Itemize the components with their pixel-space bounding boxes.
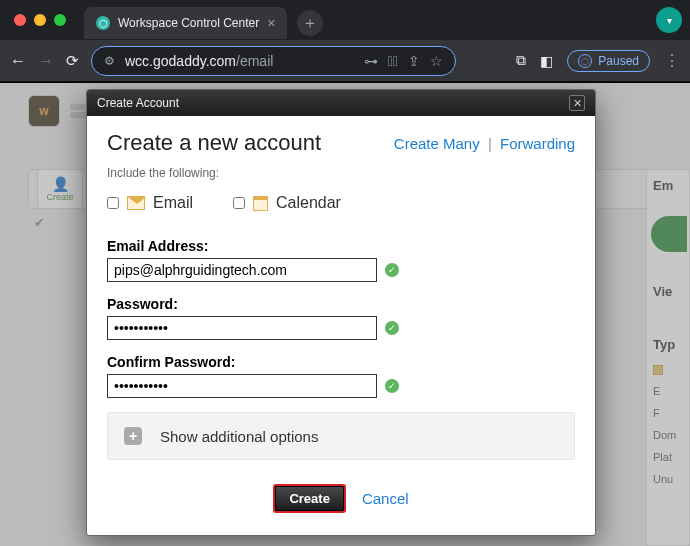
nav-forward-button[interactable]: → [38,52,54,70]
create-account-modal: Create Account ✕ Create a new account Cr… [86,89,596,536]
window-maximize-button[interactable] [54,14,66,26]
sidepanel-icon[interactable]: ◧ [540,53,553,69]
url-host: wcc.godaddy.com [125,53,236,69]
window-minimize-button[interactable] [34,14,46,26]
modal-heading: Create a new account [107,130,321,156]
new-tab-button[interactable]: ＋ [297,10,323,36]
tab-favicon-icon: ⬡ [96,16,110,30]
nav-reload-button[interactable]: ⟳ [66,52,79,70]
address-bar[interactable]: ⚙ wcc.godaddy.com/email ⊶ 👁̵ ⇪ ☆ [91,46,456,76]
browser-tabstrip: ⬡ Workspace Control Center × ＋ ▾ [0,0,690,40]
valid-check-icon: ✓ [385,379,399,393]
tab-close-icon[interactable]: × [267,15,275,31]
modal-titlebar: Create Account ✕ [87,90,595,116]
option-calendar-label: Calendar [276,194,341,212]
modal-titlebar-text: Create Account [97,96,179,110]
eye-off-icon[interactable]: 👁̵ [388,53,398,69]
mail-icon [127,196,145,210]
profile-paused-badge[interactable]: ◌ Paused [567,50,650,72]
confirm-password-input[interactable] [107,374,377,398]
window-controls [14,14,66,26]
password-label: Password: [107,296,575,312]
option-email[interactable]: Email [107,194,193,212]
include-label: Include the following: [107,166,575,180]
window-close-button[interactable] [14,14,26,26]
profile-avatar-icon: ◌ [578,54,592,68]
link-separator: | [488,135,492,152]
paused-label: Paused [598,54,639,68]
create-button[interactable]: Create [273,484,345,513]
url-path: /email [236,53,273,69]
extensions-icon[interactable]: ⧉ [516,52,526,69]
confirm-password-label: Confirm Password: [107,354,575,370]
valid-check-icon: ✓ [385,263,399,277]
email-address-input[interactable] [107,258,377,282]
valid-check-icon: ✓ [385,321,399,335]
option-email-label: Email [153,194,193,212]
option-calendar[interactable]: Calendar [233,194,341,212]
email-checkbox[interactable] [107,197,119,209]
url-text: wcc.godaddy.com/email [125,53,354,69]
share-icon[interactable]: ⇪ [408,53,420,69]
calendar-checkbox[interactable] [233,197,245,209]
calendar-icon [253,196,268,211]
site-settings-icon[interactable]: ⚙ [104,54,115,68]
forwarding-link[interactable]: Forwarding [500,135,575,152]
cancel-button[interactable]: Cancel [362,490,409,507]
star-icon[interactable]: ☆ [430,53,443,69]
email-address-label: Email Address: [107,238,575,254]
create-many-link[interactable]: Create Many [394,135,480,152]
tab-overflow-button[interactable]: ▾ [656,7,682,33]
modal-header-links: Create Many | Forwarding [394,135,575,152]
modal-close-button[interactable]: ✕ [569,95,585,111]
password-input[interactable] [107,316,377,340]
browser-toolbar: ← → ⟳ ⚙ wcc.godaddy.com/email ⊶ 👁̵ ⇪ ☆ ⧉… [0,40,690,82]
nav-back-button[interactable]: ← [10,52,26,70]
page-content: w 👤 Create Ema 🔍 ✔ Em Vie Typ E F Dom Pl… [0,82,690,546]
plus-icon: + [124,427,142,445]
show-additional-options[interactable]: + Show additional options [107,412,575,460]
browser-menu-icon[interactable]: ⋮ [664,51,680,70]
show-additional-label: Show additional options [160,428,318,445]
browser-tab[interactable]: ⬡ Workspace Control Center × [84,7,287,39]
tab-title: Workspace Control Center [118,16,259,30]
key-icon[interactable]: ⊶ [364,53,378,69]
